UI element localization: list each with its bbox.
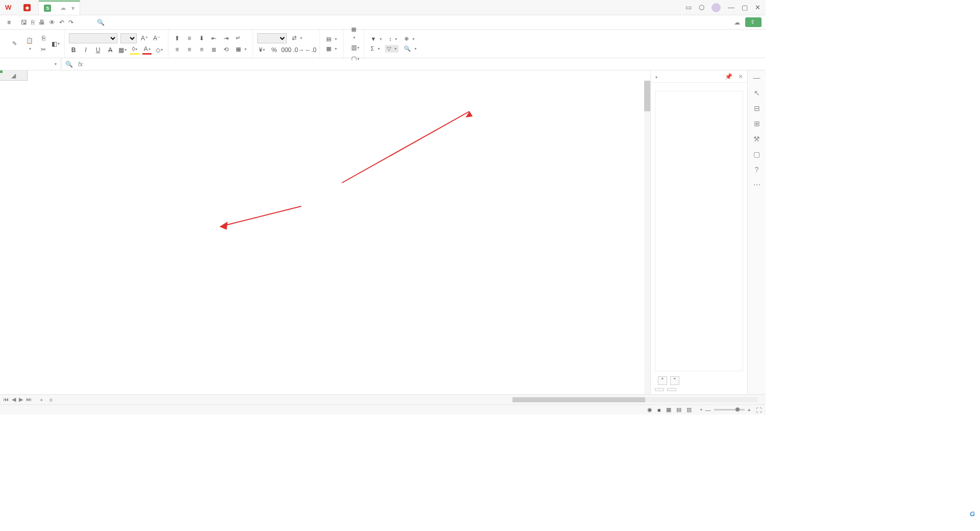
underline-button[interactable]: U [93,45,103,55]
copy-icon[interactable]: ⎘ [39,34,48,43]
view-page-icon[interactable]: ▤ [676,406,681,413]
view-normal-icon[interactable]: ▦ [666,406,671,413]
align-right-icon[interactable]: ≡ [197,45,206,54]
format-icon[interactable]: ◧▾ [51,39,60,49]
clear-format-button[interactable]: ◇▾ [155,45,164,55]
bold-button[interactable]: B [69,45,78,55]
tab-product[interactable]: S ☁ ▾ [39,1,80,15]
sheet-nav-last[interactable]: ⏭ [26,396,32,403]
currency-icon[interactable]: ¥▾ [257,45,266,55]
fill-color-button[interactable]: ◊▾ [130,45,139,55]
font-name-select[interactable] [69,33,117,43]
cond-format-button[interactable]: ▦ ▾ [348,24,360,41]
sheet-nav-next[interactable]: ▶ [19,396,23,403]
maximize-button[interactable]: ▢ [742,4,748,11]
dec-decrease-icon[interactable]: ←.0 [306,45,315,55]
layer-up-button[interactable]: ˄ [658,376,667,385]
font-color-button[interactable]: A▾ [142,45,152,55]
add-sheet-button[interactable]: + [36,397,47,403]
tab-menu-icon[interactable]: ▾ [71,5,75,12]
select-tool-icon[interactable]: ↖ [754,89,760,97]
close-pane-icon[interactable]: ✕ [738,73,743,80]
filter-button[interactable]: ▽▾ [385,45,399,53]
paste-button[interactable]: 📋 ▾ [23,35,36,52]
redo-icon[interactable]: ↷ [68,19,74,26]
sort-button[interactable]: ↕▾ [387,35,400,42]
tab-template[interactable]: ◆ [18,1,39,15]
align-bottom-icon[interactable]: ⬇ [197,34,206,43]
wrap-text-button[interactable]: ↵ [234,34,244,42]
sum-button[interactable]: Σ▾ [369,45,382,52]
cut-icon[interactable]: ✂ [39,45,48,54]
layer-down-button[interactable]: ˅ [670,376,679,385]
sheet-list-button[interactable]: ≡ [49,397,52,403]
align-left-icon[interactable]: ≡ [173,45,182,54]
undo-icon[interactable]: ↶ [59,19,64,26]
freeze-button[interactable]: ❄▾ [402,35,416,43]
comma-icon[interactable]: 000 [282,45,291,55]
help-icon[interactable]: ? [755,165,759,174]
align-top-icon[interactable]: ⬆ [173,34,182,43]
side-icon-3[interactable]: ⊞ [754,119,760,128]
decrease-font-icon[interactable]: A⁻ [152,34,161,43]
fill-button[interactable]: ▼▾ [369,35,384,42]
minimize-button[interactable]: — [728,4,734,11]
zoom-in-button[interactable]: + [748,407,751,413]
strike-button[interactable]: A̶ [106,45,115,55]
view-icon-2[interactable]: ■ [657,407,661,413]
indent-left-icon[interactable]: ⇤ [209,34,218,43]
pin-icon[interactable]: 📌 [725,73,732,80]
orientation-icon[interactable]: ⟲ [222,45,231,54]
dec-increase-icon[interactable]: .0→ [294,45,303,55]
merge-button[interactable]: ▦▾ [234,45,249,53]
italic-button[interactable]: I [81,45,90,55]
save-icon[interactable]: 🖫 [21,19,27,26]
select-all-corner[interactable]: ◢ [0,70,28,81]
font-size-select[interactable] [120,33,137,43]
search-icon[interactable]: 🔍 [97,19,105,26]
indent-right-icon[interactable]: ⇥ [222,34,231,43]
zoom-slider[interactable] [714,409,745,411]
close-button[interactable]: ✕ [755,4,761,11]
side-icon-5[interactable]: ▢ [753,150,760,158]
side-icon-4[interactable]: ⚒ [753,135,760,143]
collapse-pane-icon[interactable]: — [753,74,761,82]
avatar[interactable] [712,3,721,12]
find-button[interactable]: 🔍▾ [402,45,419,53]
sheet-nav-first[interactable]: ⏮ [3,396,9,403]
view-break-icon[interactable]: ▥ [687,406,692,413]
align-justify-icon[interactable]: ≣ [209,45,218,54]
more-icon[interactable]: ⋯ [753,181,761,189]
print-icon[interactable]: ⎘ [31,19,35,26]
format-painter-button[interactable]: ✎ [8,38,20,49]
border-button[interactable]: ▦▾ [118,45,127,55]
header-icon-2[interactable]: ⬡ [699,4,704,11]
horizontal-scrollbar[interactable] [512,397,757,402]
preview-icon[interactable]: 👁 [49,19,55,26]
row-col-button[interactable]: ▤▾ [324,35,339,43]
cancel-fx-icon[interactable]: 🔍 [65,61,73,68]
worksheet-button[interactable]: ▦▾ [324,45,339,53]
hide-all-button[interactable] [667,388,676,391]
fx-icon[interactable]: fx [78,61,83,68]
number-format-select[interactable] [257,33,287,43]
side-icon-2[interactable]: ⊟ [754,104,760,112]
convert-button[interactable]: ⇄▾ [290,34,304,42]
sheet-area[interactable]: ◢ [0,70,650,394]
vertical-scrollbar[interactable] [644,81,650,394]
percent-icon[interactable]: % [270,45,279,55]
cell-style-icon[interactable]: ▥▾ [351,43,360,52]
name-box[interactable]: ▾ [0,58,61,70]
share-button[interactable]: ⇧ [745,17,762,27]
formula-input[interactable] [88,60,762,68]
app-menu-button[interactable]: ≡ [4,19,16,26]
align-middle-icon[interactable]: ≡ [185,34,194,43]
zoom-out-button[interactable]: — [705,407,711,413]
fullscreen-icon[interactable]: ⛶ [756,407,762,413]
increase-font-icon[interactable]: A⁺ [140,34,149,43]
header-icon-1[interactable]: ▭ [685,4,692,11]
view-icon-1[interactable]: ◉ [647,406,652,413]
sheet-nav-prev[interactable]: ◀ [12,396,16,403]
print-preview-icon[interactable]: 🖶 [39,19,45,26]
show-all-button[interactable] [655,388,664,391]
